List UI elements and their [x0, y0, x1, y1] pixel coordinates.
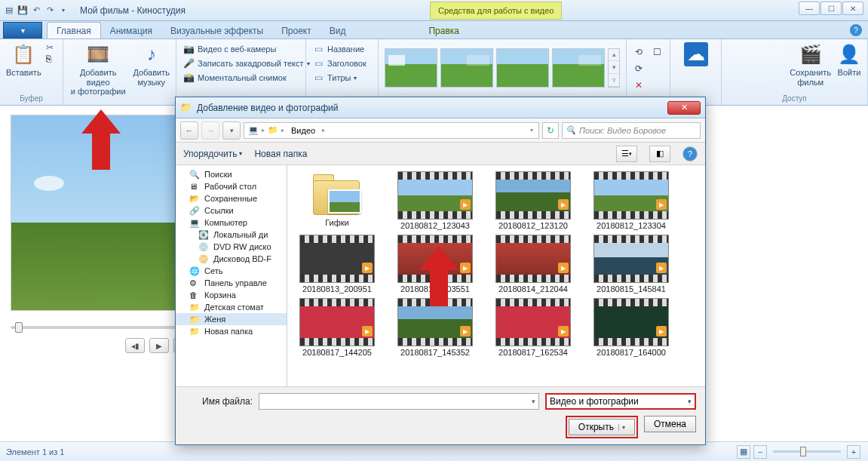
- video-thumb: ▶: [299, 298, 375, 346]
- minimize-button[interactable]: —: [799, 2, 820, 15]
- breadcrumb[interactable]: 💻▸ 📁▸ Видео▸ ▾: [244, 122, 539, 139]
- filename-label: Имя файла:: [185, 396, 253, 407]
- tab-home[interactable]: Главная: [47, 22, 101, 38]
- caption-header-button[interactable]: ▭Заголовок: [311, 57, 368, 70]
- tree-item[interactable]: 📁Новая папка: [176, 325, 287, 337]
- music-note-icon: ♪: [140, 42, 164, 66]
- tree-item[interactable]: 💿DVD RW диско: [176, 241, 287, 253]
- gallery-up-icon[interactable]: ▴: [609, 49, 619, 62]
- onedrive-button[interactable]: ☁: [681, 41, 711, 68]
- folder-thumb-icon: [307, 171, 367, 217]
- video-file-item[interactable]: ▶20180817_164000: [586, 298, 676, 357]
- video-file-item[interactable]: ▶20180817_144205: [292, 298, 382, 357]
- folder-item[interactable]: Гифки: [292, 171, 382, 230]
- video-thumb: ▶: [299, 235, 375, 283]
- open-button[interactable]: Открыть▾: [569, 419, 635, 435]
- video-thumb: ▶: [593, 171, 669, 220]
- select-all-button[interactable]: ☐: [649, 45, 664, 59]
- qat-more-icon[interactable]: ▾: [57, 5, 69, 17]
- zoom-out-button[interactable]: −: [753, 445, 767, 459]
- automovie-themes-gallery: ▴ ▾ ▿: [382, 41, 623, 94]
- preview-pane-button[interactable]: ◧: [649, 146, 670, 162]
- tree-item[interactable]: ⚙Панель управле: [176, 277, 287, 289]
- video-file-item[interactable]: ▶20180813_200951: [292, 235, 382, 294]
- organize-button[interactable]: Упорядочить▾: [183, 149, 242, 159]
- video-file-item[interactable]: ▶20180817_145352: [390, 298, 480, 357]
- search-input[interactable]: 🔍Поиск: Видео Боровое: [562, 122, 701, 139]
- bd-icon: 📀: [198, 254, 210, 264]
- tab-visual-effects[interactable]: Визуальные эффекты: [161, 23, 272, 38]
- dialog-help-button[interactable]: ?: [682, 146, 698, 161]
- video-file-item[interactable]: ▶20180814_212044: [488, 235, 578, 294]
- theme-thumb[interactable]: [552, 48, 605, 88]
- cancel-button[interactable]: Отмена: [644, 416, 696, 432]
- video-file-item[interactable]: ▶20180815_145841: [586, 235, 676, 294]
- tree-item[interactable]: 📁Детская стомат: [176, 301, 287, 313]
- caption-titles-button[interactable]: ▭Титры▾: [311, 71, 368, 85]
- rotate-left-button[interactable]: ⟲: [631, 45, 646, 59]
- redo-icon[interactable]: ↷: [44, 5, 56, 17]
- video-file-item[interactable]: ▶20180812_123304: [586, 171, 676, 230]
- theme-thumb[interactable]: [440, 48, 493, 88]
- play-button[interactable]: ▶: [149, 338, 169, 353]
- video-file-item[interactable]: ▶20180817_162534: [488, 298, 578, 357]
- tree-item[interactable]: 💽Локальный ди: [176, 229, 287, 241]
- gallery-expand-icon[interactable]: ▿: [609, 74, 619, 87]
- add-music-button[interactable]: ♪ Добавить музыку: [130, 41, 173, 88]
- breadcrumb-segment[interactable]: Видео: [287, 126, 320, 135]
- zoom-slider[interactable]: [773, 450, 841, 453]
- rotate-right-button[interactable]: ⟳: [631, 62, 646, 75]
- view-mode-button[interactable]: ☰▾: [616, 146, 637, 162]
- dialog-titlebar: 📁 Добавление видео и фотографий ✕: [176, 97, 705, 118]
- tree-item[interactable]: 🖥Рабочий стол: [176, 180, 287, 192]
- theme-thumb[interactable]: [385, 48, 437, 88]
- delete-button[interactable]: ✕: [631, 78, 646, 92]
- copy-icon[interactable]: ⎘: [46, 54, 54, 64]
- prev-frame-button[interactable]: ◂▮: [125, 338, 145, 353]
- nav-back-button[interactable]: ←: [180, 121, 198, 140]
- file-grid: Гифки ▶20180812_123043 ▶20180812_123120 …: [287, 165, 705, 386]
- slider-thumb[interactable]: [15, 322, 23, 333]
- new-folder-button[interactable]: Новая папка: [254, 149, 307, 159]
- zoom-thumb[interactable]: [800, 447, 806, 456]
- tree-item[interactable]: 🔗Ссылки: [176, 204, 287, 217]
- nav-up-button[interactable]: ▾: [222, 121, 241, 140]
- tree-item[interactable]: 💻Компьютер: [176, 217, 287, 229]
- gallery-down-icon[interactable]: ▾: [609, 61, 619, 74]
- tree-item[interactable]: 🗑Корзина: [176, 289, 287, 301]
- tree-item[interactable]: 📀Дисковод BD-F: [176, 253, 287, 265]
- close-button[interactable]: ✕: [842, 2, 863, 15]
- video-file-item[interactable]: ▶20180812_123120: [488, 171, 578, 230]
- webcam-button[interactable]: 📷Видео с веб-камеры: [181, 42, 311, 56]
- tree-item[interactable]: 📁Женя: [176, 313, 287, 325]
- zoom-in-button[interactable]: +: [847, 445, 860, 459]
- file-type-filter[interactable]: Видео и фотографии▾: [545, 393, 696, 410]
- caption-name-button[interactable]: ▭Название: [311, 42, 368, 56]
- add-video-photo-button[interactable]: 🎞️ Добавить видео и фотографии: [66, 41, 130, 98]
- paste-button[interactable]: 📋 Вставить: [3, 41, 44, 79]
- video-file-item[interactable]: ▶20180812_123043: [390, 171, 480, 230]
- theme-thumb[interactable]: [496, 48, 549, 88]
- maximize-button[interactable]: ☐: [820, 2, 842, 15]
- file-menu-button[interactable]: ▾: [3, 22, 42, 38]
- tab-view[interactable]: Вид: [321, 23, 355, 38]
- help-icon[interactable]: ?: [850, 24, 862, 36]
- refresh-button[interactable]: ↻: [542, 122, 559, 139]
- snapshot-button[interactable]: 📸Моментальный снимок: [181, 71, 311, 85]
- signin-button[interactable]: 👤 Войти: [834, 41, 864, 79]
- tab-animation[interactable]: Анимация: [101, 23, 161, 38]
- tree-item[interactable]: 🌐Сеть: [176, 265, 287, 277]
- voiceover-button[interactable]: 🎤Записать закадровый текст▾: [181, 57, 311, 70]
- view-mode-button[interactable]: ▦: [737, 445, 750, 459]
- filename-input[interactable]: ▾: [259, 393, 539, 410]
- save-icon[interactable]: 💾: [17, 5, 29, 17]
- tree-item[interactable]: 🔍Поиски: [176, 168, 287, 180]
- tab-project[interactable]: Проект: [272, 23, 321, 38]
- tab-edit[interactable]: Правка: [419, 23, 468, 38]
- tree-item[interactable]: 📂Сохраненные: [176, 192, 287, 204]
- dialog-close-button[interactable]: ✕: [667, 101, 701, 115]
- undo-icon[interactable]: ↶: [30, 5, 42, 17]
- nav-forward-button[interactable]: →: [201, 121, 219, 140]
- save-movie-button[interactable]: 🎬 Сохранить фильм: [787, 41, 834, 88]
- cut-icon[interactable]: ✂: [46, 42, 54, 53]
